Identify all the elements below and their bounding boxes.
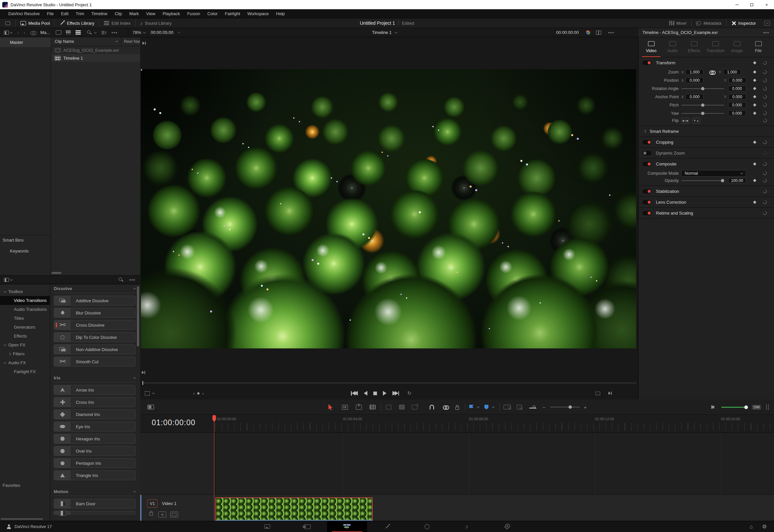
flip-vertical-button[interactable]: ▼▲: [692, 118, 700, 124]
replace-clip-icon[interactable]: [412, 399, 418, 415]
fx-item-arrow-iris[interactable]: Arrow Iris: [54, 385, 135, 395]
audio-monitor-speaker-icon[interactable]: [712, 399, 713, 415]
inspector-more-icon[interactable]: •••: [763, 30, 769, 35]
section-composite[interactable]: Composite: [639, 159, 774, 169]
menu-fairlight[interactable]: Fairlight: [221, 11, 244, 16]
fx-sidebar-toolbox[interactable]: Toolbox: [0, 287, 50, 296]
insert-clip-icon[interactable]: [386, 399, 392, 415]
inspector-tab-file[interactable]: File: [748, 37, 769, 57]
toolbar-handle-icon[interactable]: [766, 399, 769, 415]
playhead[interactable]: [214, 415, 214, 521]
metadata-button[interactable]: Metadata: [692, 18, 726, 28]
fx-item-eye-iris[interactable]: Eye Iris: [54, 422, 135, 431]
stabilization-toggle[interactable]: [642, 189, 651, 193]
zoom-out-icon[interactable]: −: [543, 399, 546, 415]
inspector-button[interactable]: Inspector: [727, 18, 760, 28]
clip-nav-icons[interactable]: ‹›: [193, 391, 204, 396]
go-to-start-button[interactable]: [351, 391, 358, 396]
v1-track-name[interactable]: Video 1: [162, 501, 176, 506]
composite-mode-select[interactable]: Normal: [681, 170, 746, 177]
position-x-field[interactable]: 0.000: [686, 77, 703, 83]
fx-item-hexagon-iris[interactable]: Hexagon Iris: [54, 434, 135, 444]
page-fairlight[interactable]: ♪: [447, 521, 487, 532]
inspector-tab-transition[interactable]: Transition: [705, 37, 726, 57]
fx-item-cross-iris[interactable]: Cross Iris: [54, 397, 135, 407]
list-view-icon[interactable]: [75, 30, 81, 35]
fx-section-header-dissolve[interactable]: Dissolve: [54, 284, 135, 293]
page-edit[interactable]: [327, 521, 367, 532]
fx-search-icon[interactable]: [118, 277, 123, 282]
rotation-slider[interactable]: [681, 88, 724, 89]
column-clip-name[interactable]: Clip Name: [51, 39, 74, 44]
bin-title[interactable]: Ma...: [40, 30, 50, 35]
sort-icon[interactable]: [102, 31, 106, 35]
keyframe-icon[interactable]: [753, 162, 757, 165]
timeline-view-options-icon[interactable]: [147, 399, 154, 415]
fx-item-pentagon-iris[interactable]: Pentagon Iris: [54, 458, 135, 468]
reset-icon[interactable]: [762, 94, 768, 100]
smart-bins-label[interactable]: Smart Bins: [3, 238, 24, 243]
reset-icon[interactable]: [762, 178, 768, 183]
loop-button[interactable]: ↻: [407, 390, 412, 396]
dynamic-trim-icon[interactable]: [356, 399, 362, 415]
menu-davinci-resolve[interactable]: DaVinci Resolve: [5, 11, 43, 16]
timeline-zoom-slider[interactable]: [550, 399, 580, 415]
fx-item-dip-to-color-dissolve[interactable]: Dip To Color Dissolve: [54, 332, 135, 342]
reset-icon[interactable]: [762, 199, 768, 205]
cropping-toggle[interactable]: [642, 140, 651, 144]
reset-icon[interactable]: [762, 139, 768, 145]
fx-section-header-iris[interactable]: Iris: [54, 374, 135, 382]
menu-fusion[interactable]: Fusion: [184, 11, 204, 16]
thumbnail-view-icon[interactable]: [66, 30, 71, 35]
mediapool-more-icon[interactable]: •••: [111, 30, 118, 35]
pitch-slider[interactable]: [681, 105, 724, 105]
menu-file[interactable]: File: [43, 11, 57, 16]
opacity-slider[interactable]: [681, 180, 724, 181]
keyframe-icon[interactable]: [753, 103, 757, 107]
step-back-button[interactable]: [364, 391, 367, 396]
v1-track-badge[interactable]: V1: [147, 499, 158, 508]
transform-toggle[interactable]: [642, 61, 651, 65]
sound-library-button[interactable]: ♪Sound Library: [135, 18, 176, 28]
timeline-ruler[interactable]: 01:00:00:00 01:00:00:0001:00:04:0001:00:…: [140, 415, 774, 433]
forward-icon[interactable]: ›: [24, 30, 25, 35]
page-fusion[interactable]: [367, 521, 407, 532]
section-stabilization[interactable]: Stabilization: [639, 186, 774, 196]
razor-tool-icon[interactable]: [370, 399, 375, 415]
mediapool-panel-toggle-icon[interactable]: [4, 31, 12, 35]
keyframe-icon[interactable]: [753, 87, 757, 90]
rotation-field[interactable]: 0.000: [728, 86, 746, 91]
opacity-field[interactable]: 100.00: [728, 178, 746, 183]
mixer-button[interactable]: Mixer: [665, 18, 692, 28]
zoom-detail-icon[interactable]: [517, 399, 522, 415]
yaw-slider[interactable]: [681, 113, 724, 114]
reset-icon[interactable]: [762, 70, 768, 75]
fx-sidebar-fairlight-fx[interactable]: Fairlight FX: [0, 367, 50, 376]
close-button[interactable]: ×: [759, 0, 774, 9]
fx-sidebar-open-fx[interactable]: Open FX: [0, 340, 50, 349]
inspector-tab-image[interactable]: Image: [726, 37, 748, 57]
fx-more-icon[interactable]: •••: [129, 278, 135, 282]
page-cut[interactable]: [287, 521, 327, 532]
reset-icon[interactable]: [762, 103, 768, 108]
fx-item-partial[interactable]: [54, 511, 135, 515]
reset-icon[interactable]: [762, 150, 768, 156]
reset-icon[interactable]: [762, 118, 768, 123]
media-pool-button[interactable]: Media Pool: [16, 18, 54, 28]
keyframe-icon[interactable]: [753, 61, 757, 64]
back-icon[interactable]: ‹: [17, 30, 19, 35]
resize-viewer-icon[interactable]: [596, 392, 600, 395]
fx-item-diamond-iris[interactable]: Diamond Iris: [54, 409, 135, 419]
overwrite-clip-icon[interactable]: [399, 399, 405, 415]
fx-item-blur-dissolve[interactable]: Blur Dissolve: [54, 308, 135, 318]
v1-lock-icon[interactable]: [149, 511, 153, 517]
workspace-pin-icon[interactable]: [0, 18, 15, 28]
flag-icon[interactable]: [469, 399, 474, 415]
position-y-field[interactable]: 0.000: [729, 77, 746, 83]
dual-viewer-icon[interactable]: [596, 31, 601, 35]
stop-button[interactable]: [373, 392, 377, 395]
linked-selection-icon[interactable]: [443, 399, 448, 415]
inspector-tab-audio[interactable]: Audio: [662, 37, 683, 57]
section-lens-correction[interactable]: Lens Correction: [639, 197, 774, 207]
zoom-x-field[interactable]: 1.000: [686, 69, 703, 75]
